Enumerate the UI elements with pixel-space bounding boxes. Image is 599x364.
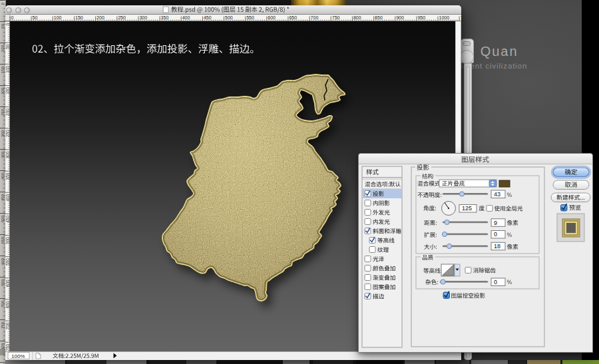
svg-text:250: 250 [118, 15, 126, 20]
svg-text:200: 200 [1, 87, 5, 94]
svg-text:100: 100 [5, 65, 10, 73]
svg-text:750: 750 [1, 321, 5, 329]
svg-text:600: 600 [268, 15, 276, 20]
svg-text:0: 0 [11, 15, 14, 20]
svg-text:500: 500 [225, 15, 233, 20]
svg-text:200: 200 [97, 15, 104, 20]
svg-text:450: 450 [5, 216, 10, 223]
svg-text:550: 550 [246, 15, 254, 20]
svg-text:350: 350 [161, 15, 169, 20]
svg-text:150: 150 [1, 66, 5, 73]
svg-text:350: 350 [5, 172, 10, 180]
svg-text:100%: 100% [11, 353, 25, 359]
svg-text:300: 300 [1, 130, 5, 137]
svg-text:550: 550 [5, 258, 10, 266]
svg-text:125: 125 [462, 205, 472, 212]
svg-text:18: 18 [494, 243, 500, 250]
svg-text:0: 0 [494, 279, 497, 285]
svg-text:950: 950 [417, 15, 425, 20]
svg-text:50: 50 [33, 15, 38, 20]
svg-text:450: 450 [204, 15, 212, 20]
svg-text:300: 300 [139, 15, 147, 20]
svg-text:700: 700 [311, 15, 319, 20]
svg-text:550: 550 [1, 236, 5, 244]
svg-text:350: 350 [1, 151, 5, 158]
svg-text:300: 300 [5, 151, 10, 158]
svg-text:700: 700 [5, 322, 10, 329]
svg-text:150: 150 [5, 87, 10, 94]
svg-text:9: 9 [494, 220, 497, 226]
svg-text:50: 50 [1, 23, 5, 28]
svg-text:0: 0 [5, 23, 10, 25]
svg-text:600: 600 [1, 258, 5, 265]
svg-text:1050: 1050 [461, 15, 461, 20]
svg-text:800: 800 [353, 15, 361, 20]
svg-text:900: 900 [396, 15, 404, 20]
svg-text:200: 200 [5, 108, 10, 116]
svg-text:100: 100 [54, 15, 62, 20]
svg-text:700: 700 [1, 300, 5, 307]
svg-text:650: 650 [5, 301, 10, 308]
svg-text:43: 43 [494, 191, 500, 198]
svg-text:500: 500 [5, 237, 10, 244]
svg-text:1000: 1000 [439, 15, 450, 20]
svg-text:750: 750 [332, 15, 340, 20]
svg-text:250: 250 [5, 130, 10, 137]
svg-text:650: 650 [289, 15, 297, 20]
svg-text:750: 750 [5, 343, 10, 351]
svg-text:400: 400 [1, 172, 5, 180]
svg-text:150: 150 [75, 15, 83, 20]
svg-text:100: 100 [1, 45, 5, 52]
svg-text:450: 450 [1, 194, 5, 201]
svg-text:250: 250 [1, 108, 5, 116]
svg-text:600: 600 [5, 279, 10, 287]
svg-text:400: 400 [5, 194, 10, 201]
svg-text:500: 500 [1, 215, 5, 222]
svg-text:650: 650 [1, 279, 5, 286]
svg-text:0: 0 [494, 231, 497, 238]
svg-text:850: 850 [375, 15, 383, 20]
svg-text:400: 400 [182, 15, 190, 20]
